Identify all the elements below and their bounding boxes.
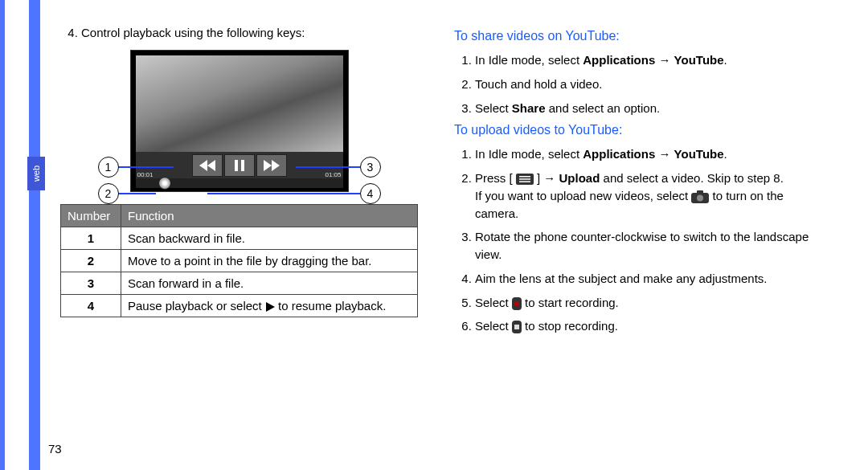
player-figure: 00:01 01:05 1 2 3 4 <box>87 50 392 192</box>
progress-bar[interactable] <box>136 178 343 188</box>
callout-4: 4 <box>360 183 381 204</box>
share-heading: To share videos on YouTube: <box>454 29 812 43</box>
share-step-3: Select Share and select an option. <box>475 100 812 117</box>
progress-knob[interactable] <box>158 177 171 190</box>
svg-marker-1 <box>207 160 215 171</box>
rewind-button[interactable] <box>192 154 223 177</box>
player-controls-row <box>136 152 343 179</box>
left-column: Control playback using the following key… <box>60 24 418 317</box>
svg-rect-12 <box>697 190 703 194</box>
leader-1 <box>117 166 174 168</box>
pause-button[interactable] <box>224 154 255 177</box>
upload-step-4: Aim the lens at the subject and make any… <box>475 270 812 288</box>
camera-icon <box>691 190 709 203</box>
video-frame-image <box>136 55 343 152</box>
menu-key-icon <box>516 174 534 185</box>
svg-rect-10 <box>519 181 530 182</box>
leader-4 <box>207 193 360 194</box>
step-4: Control playback using the following key… <box>81 24 418 42</box>
callout-3: 3 <box>360 157 381 178</box>
function-table: Number Function 1 Scan backward in file.… <box>60 204 418 317</box>
table-row: 2 Move to a point in the file by draggin… <box>61 249 418 272</box>
callout-1: 1 <box>98 157 119 178</box>
section-tab: web <box>27 157 45 190</box>
svg-rect-3 <box>241 160 244 171</box>
svg-marker-5 <box>272 160 280 171</box>
row4-num: 4 <box>61 294 121 317</box>
upload-step-6: Select to stop recording. <box>475 317 812 335</box>
row2-fn: Move to a point in the file by dragging … <box>121 249 418 272</box>
time-elapsed: 00:01 <box>137 171 154 178</box>
record-icon <box>512 297 522 310</box>
svg-rect-9 <box>519 178 530 180</box>
row4-fn: Pause playback or select to resume playb… <box>121 294 418 317</box>
time-total: 01:05 <box>325 171 341 178</box>
table-row: 1 Scan backward in file. <box>61 227 418 249</box>
play-icon <box>265 302 275 312</box>
col-number-header: Number <box>61 204 121 227</box>
video-player-mock: 00:01 01:05 <box>130 50 349 192</box>
row3-fn: Scan forward in a file. <box>121 272 418 294</box>
callout-2: 2 <box>98 183 119 204</box>
leader-2 <box>117 193 156 194</box>
side-white-overlay <box>5 0 29 470</box>
stop-record-icon <box>512 321 522 333</box>
table-header-row: Number Function <box>61 204 418 227</box>
table-row: 4 Pause playback or select to resume pla… <box>61 294 418 317</box>
row2-num: 2 <box>61 249 121 272</box>
svg-rect-17 <box>514 325 519 329</box>
row1-num: 1 <box>61 227 121 249</box>
upload-step-3: Rotate the phone counter-clockwise to sw… <box>475 228 812 264</box>
svg-rect-8 <box>519 176 530 178</box>
col-function-header: Function <box>121 204 418 227</box>
right-column: To share videos on YouTube: In Idle mode… <box>454 24 812 341</box>
row3-num: 3 <box>61 272 121 294</box>
fast-forward-button[interactable] <box>256 154 287 177</box>
upload-step-1: In Idle mode, select Applications → YouT… <box>475 145 812 163</box>
upload-heading: To upload videos to YouTube: <box>454 123 812 137</box>
svg-marker-0 <box>199 160 207 171</box>
page-number: 73 <box>48 442 62 456</box>
upload-step-2: Press [ ] → Upload and select a video. S… <box>475 170 812 222</box>
upload-step-5: Select to start recording. <box>475 294 812 312</box>
svg-marker-6 <box>266 302 275 312</box>
share-step-1: In Idle mode, select Applications → YouT… <box>475 51 812 69</box>
share-step-2: Touch and hold a video. <box>475 76 812 93</box>
svg-point-13 <box>697 194 703 201</box>
svg-rect-2 <box>235 160 238 171</box>
table-row: 3 Scan forward in a file. <box>61 272 418 294</box>
svg-point-15 <box>514 301 519 306</box>
svg-marker-4 <box>264 160 272 171</box>
row1-fn: Scan backward in file. <box>121 227 418 249</box>
leader-3 <box>296 166 360 168</box>
